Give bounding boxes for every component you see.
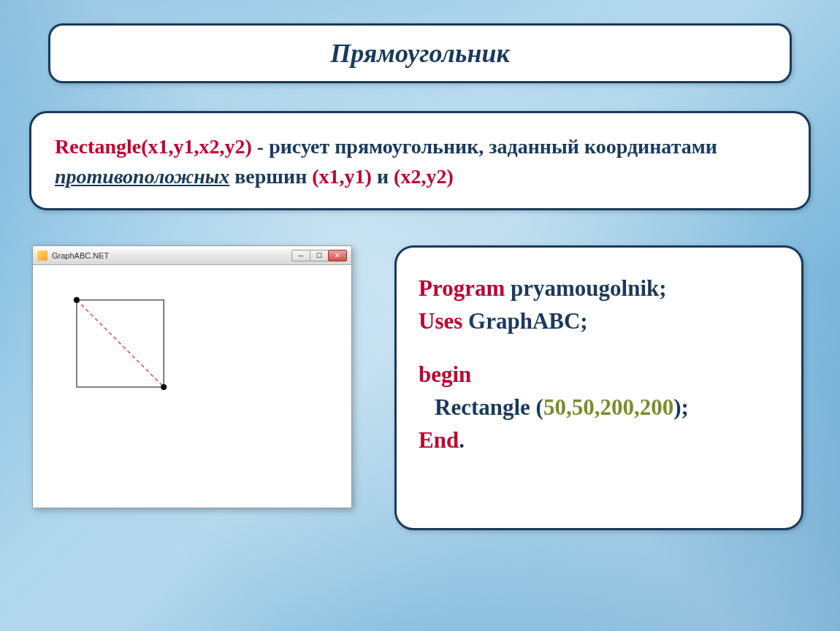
kw-begin: begin bbox=[419, 362, 471, 387]
app-window: GraphABC.NET ─ ☐ ✕ bbox=[32, 245, 352, 508]
code-line-1: Program pryamougolnik; bbox=[419, 272, 779, 305]
window-buttons: ─ ☐ ✕ bbox=[292, 250, 347, 261]
minimize-button[interactable]: ─ bbox=[291, 250, 310, 261]
desc-part1: рисует прямоугольник, заданный координат… bbox=[269, 135, 717, 158]
page-title: Прямоугольник bbox=[330, 38, 510, 69]
kw-program: Program bbox=[419, 275, 505, 301]
end-dot: . bbox=[459, 427, 465, 453]
desc-and: и bbox=[372, 165, 394, 188]
title-box: Прямоугольник bbox=[48, 23, 792, 83]
desc-dash: - bbox=[252, 135, 269, 158]
desc-part2: вершин bbox=[229, 165, 312, 188]
close-button[interactable]: ✕ bbox=[328, 250, 347, 261]
desc-italic: противоположных bbox=[55, 165, 229, 188]
point-top-left bbox=[74, 297, 80, 303]
code-line-4: Rectangle (50,50,200,200); bbox=[419, 391, 779, 424]
code-spacer bbox=[419, 338, 779, 359]
coord1: (х1,у1) bbox=[312, 165, 372, 188]
code-line-3: begin bbox=[419, 359, 779, 391]
paren-open: ( bbox=[536, 394, 543, 420]
window-title: GraphABC.NET bbox=[52, 251, 292, 260]
window-content bbox=[33, 265, 351, 508]
diagonal-line bbox=[77, 300, 164, 387]
id-prgname: pryamougolnik; bbox=[505, 275, 666, 301]
id-module: GraphABC; bbox=[462, 308, 587, 334]
coord2: (х2,у2) bbox=[394, 165, 454, 188]
kw-uses: Uses bbox=[419, 308, 462, 334]
code-line-5: End. bbox=[419, 424, 779, 457]
code-line-2: Uses GraphABC; bbox=[419, 305, 779, 338]
point-bottom-right bbox=[161, 384, 167, 390]
kw-end: End bbox=[419, 427, 459, 453]
numbers: 50,50,200,200 bbox=[543, 394, 673, 420]
id-rectangle: Rectangle bbox=[435, 394, 536, 420]
app-icon bbox=[37, 251, 47, 261]
drawing-canvas bbox=[33, 265, 351, 508]
paren-close: ); bbox=[673, 394, 689, 420]
description-box: Rectangle(х1,у1,х2,у2) - рисует прямоуго… bbox=[29, 111, 811, 210]
window-titlebar: GraphABC.NET ─ ☐ ✕ bbox=[33, 246, 351, 265]
maximize-button[interactable]: ☐ bbox=[310, 250, 329, 261]
syntax-signature: Rectangle(х1,у1,х2,у2) bbox=[55, 135, 252, 158]
code-box: Program pryamougolnik; Uses GraphABC; be… bbox=[394, 245, 803, 530]
description-text: Rectangle(х1,у1,х2,у2) - рисует прямоуго… bbox=[55, 132, 785, 191]
